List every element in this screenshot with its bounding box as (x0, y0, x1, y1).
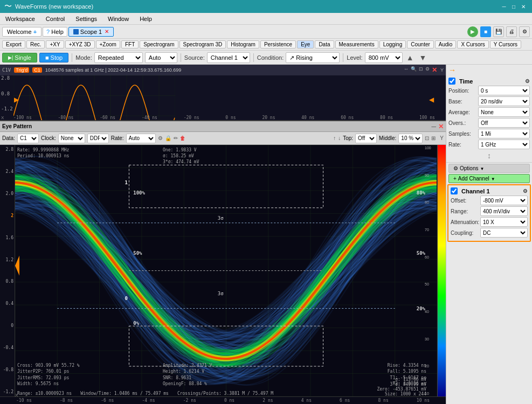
time-settings-icon[interactable]: ⚙ (525, 78, 530, 84)
toolbar-spectrogram3d[interactable]: Spectrogram 3D (179, 40, 226, 48)
menu-help[interactable]: Help (134, 15, 157, 23)
source-select[interactable]: Channel 1 (207, 52, 250, 63)
cb-60: 60 (425, 255, 431, 259)
time-checkbox[interactable] (448, 78, 455, 85)
menu-window[interactable]: Window (102, 15, 134, 23)
eye-titlebar: Eye Pattern ─ ✕ (0, 121, 446, 132)
eye-close-icon[interactable]: ✕ (438, 123, 444, 130)
menu-workspace[interactable]: Workspace (0, 15, 40, 23)
trigger-badge[interactable]: Trig'd (14, 67, 29, 73)
eye-settings-icon[interactable]: ⚙ (158, 135, 163, 141)
eye-x-axis-label[interactable]: X (15, 393, 18, 398)
data-label: Data: (2, 135, 15, 141)
toolbar-zoom[interactable]: +Zoom (96, 40, 120, 48)
eye-down-icon[interactable]: ↓ (338, 135, 341, 141)
toolbar-xcursors[interactable]: X Cursors (457, 40, 488, 48)
play-button[interactable]: ▶ (467, 26, 478, 37)
ch1-checkbox[interactable] (451, 187, 458, 194)
toolbar-eye[interactable]: Eye (297, 40, 314, 48)
rate-select[interactable]: Auto (126, 134, 156, 143)
position-select[interactable]: 0 s (478, 86, 530, 95)
single-button[interactable]: ▶| Single (2, 53, 37, 62)
stat-snr: SNR: 8.9631 (163, 375, 212, 381)
maximize-button[interactable]: □ (509, 2, 518, 11)
attenuation-select[interactable]: 10 X (480, 217, 528, 227)
level-down-arrow[interactable]: ▼ (417, 53, 428, 62)
clock-select[interactable]: None (58, 134, 85, 143)
add-channel-label: Add Channel (458, 176, 489, 182)
settings-icon-btn[interactable]: ⚙ (519, 26, 530, 37)
offset-select[interactable]: -800 mV (480, 196, 528, 205)
coupling-select[interactable]: DC (480, 228, 528, 238)
scope-fit-icon[interactable]: ⊡ (419, 66, 423, 74)
toolbar-fft[interactable]: FFT (121, 40, 139, 48)
eye-pen-icon[interactable]: ✏ (174, 135, 178, 141)
samples-select[interactable]: 1 Mi (478, 129, 530, 138)
ddr-select[interactable]: DDR (87, 134, 109, 143)
middle-select[interactable]: 10 % (398, 134, 423, 143)
toolbar-ycursors[interactable]: Y Cursors (490, 40, 521, 48)
toolbar-counter[interactable]: Counter (407, 40, 434, 48)
add-channel-button[interactable]: + Add Channel (448, 174, 530, 183)
top-select[interactable]: Off (355, 134, 377, 143)
rate-select-panel[interactable]: 1 GHz (478, 140, 530, 149)
tab-help[interactable]: ? Help (43, 27, 67, 37)
eye-minimize-icon[interactable]: ─ (431, 123, 436, 130)
scope-close-icon[interactable]: ✕ (432, 66, 437, 74)
tab-scope1-close[interactable]: ✕ (105, 29, 109, 34)
toolbar-measurements[interactable]: Measurements (335, 40, 378, 48)
options-button[interactable]: ⚙ Options (448, 164, 530, 173)
overs-select[interactable]: Off (478, 118, 530, 128)
data-select[interactable]: C1 (17, 134, 39, 143)
toolbar-persistence[interactable]: Persistence (260, 40, 296, 48)
base-select[interactable]: 20 ns/div (478, 96, 530, 106)
print-icon-btn[interactable]: 🖨 (506, 26, 517, 37)
tab-welcome[interactable]: Welcome + (2, 27, 42, 37)
close-button[interactable]: ✕ (519, 2, 528, 11)
eye-up-icon[interactable]: ↑ (333, 135, 336, 141)
tab-welcome-label: Welcome (7, 29, 32, 35)
stop-icon-btn[interactable]: ■ (480, 26, 491, 37)
tab-scope1[interactable]: Scope 1 ✕ (68, 27, 114, 37)
colorbar-labels: 100 90 80 70 60 50 40 30 20 10 (425, 145, 431, 396)
stop-button[interactable]: ■ Stop (39, 53, 68, 62)
toolbar-histogram[interactable]: Histogram (227, 40, 259, 48)
eye-more-icon[interactable]: ⊞ (431, 135, 436, 141)
mode-select[interactable]: Repeated (94, 52, 143, 63)
scope-cursor-icon[interactable]: ↔ (404, 66, 409, 74)
toolbar-rec[interactable]: Rec. (26, 40, 45, 48)
minimize-button[interactable]: ─ (500, 2, 508, 11)
toolbar-export[interactable]: Export (2, 40, 25, 48)
average-label: Average: (448, 109, 478, 115)
toolbar-logging[interactable]: Logging (379, 40, 406, 48)
scope-y-label[interactable]: Y (440, 67, 444, 73)
toolbar-xyz3d[interactable]: +XYZ 3D (65, 40, 95, 48)
titlebar-controls[interactable]: ─ □ ✕ (500, 2, 528, 11)
scope-settings-icon[interactable]: ⚙ (425, 66, 430, 74)
condition-select[interactable]: ↗ Rising (286, 52, 340, 63)
eye-lock-icon[interactable]: 🔒 (165, 135, 171, 141)
scope-zoom-icon[interactable]: 🔍 (411, 66, 417, 74)
trigger-auto-select[interactable]: Auto (145, 52, 177, 63)
single-label: Single (15, 54, 31, 61)
toolbar-spectrogram[interactable]: Spectrogram (140, 40, 178, 48)
x-axis-label[interactable]: X (1, 115, 4, 120)
eye-y-icon[interactable]: Y (440, 135, 444, 141)
eye-expand-icon[interactable]: ⊡ (425, 135, 429, 141)
time-title: Time (459, 78, 473, 85)
level-up-arrow[interactable]: ▲ (405, 53, 416, 62)
eye-clear-icon[interactable]: 🗑 (180, 135, 185, 141)
toolbar-xy[interactable]: +XY (46, 40, 64, 48)
level-select[interactable]: 800 mV (365, 52, 403, 63)
level-label: Level: (347, 54, 362, 61)
menu-control[interactable]: Control (40, 15, 70, 23)
c1v-label: C1V (2, 67, 11, 73)
average-select[interactable]: None (478, 107, 530, 117)
export-icon-btn[interactable]: 💾 (493, 26, 504, 37)
menu-settings[interactable]: Settings (70, 15, 102, 23)
ch1-settings-icon[interactable]: ⚙ (523, 188, 528, 194)
toolbar-audio[interactable]: Audio (435, 40, 457, 48)
range-select[interactable]: 400 mV/div (480, 206, 528, 216)
toolbar-data[interactable]: Data (315, 40, 334, 48)
tab-welcome-add[interactable]: + (33, 29, 37, 35)
